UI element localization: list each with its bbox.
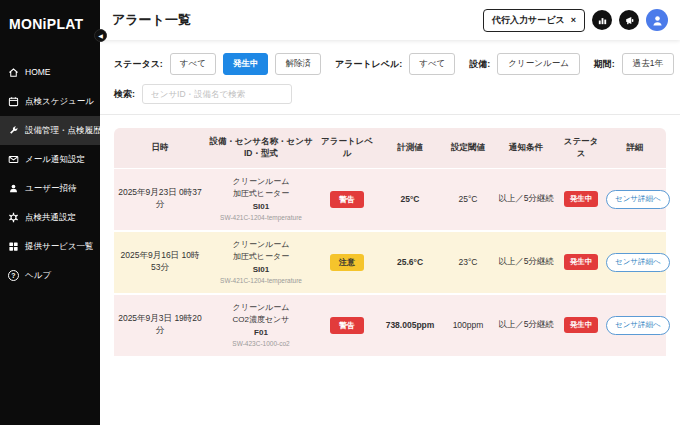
sidebar-nav: HOME 点検スケジュール 設備管理・点検履歴 メール通知設定 ユーザー招待 — [0, 58, 100, 290]
calendar-icon — [8, 96, 19, 107]
main-area: アラート一覧 代行入力サービス × ステータス: すべて 発生中 解除済 アラ — [100, 0, 680, 425]
status-all-button[interactable]: すべて — [170, 53, 216, 75]
sidebar-item-label: 点検スケジュール — [25, 97, 94, 106]
sidebar-item-home[interactable]: HOME — [0, 58, 100, 87]
equipment-cell: クリーンルーム 加圧式ヒーター SI01 SW-421C-1204-temper… — [206, 169, 316, 231]
sensor-detail-button[interactable]: センサ詳細へ — [606, 316, 670, 335]
alert-table-section: 日時 設備・センサ名称・センサID・型式 アラートレベル 計測値 設定閾値 通知… — [100, 115, 680, 371]
status-active-button[interactable]: 発生中 — [223, 53, 269, 75]
status-filter-label: ステータス: — [114, 58, 163, 71]
alert-table: 日時 設備・センサ名称・センサID・型式 アラートレベル 計測値 設定閾値 通知… — [114, 128, 666, 358]
alert-datetime: 2025年9月23日 0時37分 — [114, 169, 206, 231]
filter-row-1: ステータス: すべて 発生中 解除済 アラートレベル: すべて 設備: クリーン… — [114, 53, 666, 75]
sidebar-item-common-settings[interactable]: 点検共通設定 — [0, 203, 100, 232]
threshold-value: 100ppm — [442, 294, 494, 357]
close-icon[interactable]: × — [571, 16, 576, 25]
alert-level-badge: 警告 — [330, 317, 364, 334]
col-header-detail: 詳細 — [604, 128, 666, 169]
sensor-model: SW-423C-1000-co2 — [208, 339, 314, 349]
sidebar-item-inspection-schedule[interactable]: 点検スケジュール — [0, 87, 100, 116]
sidebar-item-help[interactable]: ? ヘルプ — [0, 261, 100, 290]
filter-bar: ステータス: すべて 発生中 解除済 アラートレベル: すべて 設備: クリーン… — [100, 40, 680, 115]
sidebar-item-label: ユーザー招待 — [25, 184, 76, 193]
sidebar-item-services[interactable]: 提供サービス一覧 — [0, 232, 100, 261]
table-header-row: 日時 設備・センサ名称・センサID・型式 アラートレベル 計測値 設定閾値 通知… — [114, 128, 666, 169]
table-row: 2025年9月16日 10時53分 クリーンルーム 加圧式ヒーター SI01 S… — [114, 231, 666, 294]
equipment-cell: クリーンルーム CO2濃度センサ F01 SW-423C-1000-co2 — [206, 294, 316, 357]
measured-value: 738.005ppm — [378, 294, 442, 357]
period-select[interactable]: 過去1年 — [622, 53, 674, 75]
filter-row-2: 検索: — [114, 84, 666, 104]
megaphone-icon — [624, 15, 635, 26]
measured-value: 25.6°C — [378, 231, 442, 294]
threshold-value: 23°C — [442, 231, 494, 294]
page-header: アラート一覧 代行入力サービス × — [100, 0, 680, 40]
col-header-threshold: 設定閾値 — [442, 128, 494, 169]
equipment-filter-label: 設備: — [469, 58, 490, 71]
wrench-icon — [8, 125, 19, 136]
status-badge: 発生中 — [564, 317, 599, 333]
sidebar: MONiPLAT HOME 点検スケジュール 設備管理・点検履歴 メール通知設定 — [0, 0, 100, 425]
equipment-cell: クリーンルーム 加圧式ヒーター SI01 SW-421C-1204-temper… — [206, 231, 316, 294]
announcements-button[interactable] — [619, 10, 639, 30]
sensor-model: SW-421C-1204-temperature — [208, 213, 314, 223]
sidebar-item-label: 提供サービス一覧 — [25, 242, 94, 251]
sensor-id: SI01 — [208, 201, 314, 213]
bar-chart-icon — [597, 15, 608, 26]
search-input[interactable] — [142, 84, 292, 104]
help-icon: ? — [8, 270, 19, 281]
alert-level-badge: 注意 — [330, 254, 364, 271]
sensor-detail-button[interactable]: センサ詳細へ — [606, 253, 670, 272]
user-plus-icon — [8, 183, 19, 194]
alert-level-filter-label: アラートレベル: — [335, 58, 402, 71]
sensor-id: F01 — [208, 327, 314, 339]
proxy-input-service-button[interactable]: 代行入力サービス × — [483, 9, 585, 32]
sidebar-item-equipment-history[interactable]: 設備管理・点検履歴 — [0, 116, 100, 145]
sidebar-item-mail-settings[interactable]: メール通知設定 — [0, 145, 100, 174]
sidebar-item-label: 点検共通設定 — [25, 213, 76, 222]
notify-condition: 以上／5分継続 — [494, 231, 558, 294]
gear-icon — [8, 212, 19, 223]
stats-button[interactable] — [592, 10, 612, 30]
sidebar-item-label: ヘルプ — [25, 271, 51, 280]
status-badge: 発生中 — [564, 254, 599, 270]
table-row: 2025年9月23日 0時37分 クリーンルーム 加圧式ヒーター SI01 SW… — [114, 169, 666, 231]
sensor-name: 加圧式ヒーター — [208, 251, 314, 263]
proxy-input-service-label: 代行入力サービス — [492, 14, 565, 27]
status-badge: 発生中 — [564, 191, 599, 207]
mail-icon — [8, 154, 19, 165]
equipment-select[interactable]: クリーンルーム — [497, 53, 580, 75]
sidebar-item-label: HOME — [25, 68, 51, 77]
person-icon — [651, 14, 664, 27]
home-icon — [8, 67, 19, 78]
col-header-measured: 計測値 — [378, 128, 442, 169]
col-header-status: ステータス — [558, 128, 604, 169]
status-cleared-button[interactable]: 解除済 — [275, 53, 321, 75]
sensor-detail-button[interactable]: センサ詳細へ — [606, 190, 670, 209]
sidebar-item-user-invite[interactable]: ユーザー招待 — [0, 174, 100, 203]
col-header-alert-level: アラートレベル — [316, 128, 378, 169]
alert-level-all-button[interactable]: すべて — [409, 53, 455, 75]
notify-condition: 以上／5分継続 — [494, 294, 558, 357]
sensor-model: SW-421C-1204-temperature — [208, 276, 314, 286]
notify-condition: 以上／5分継続 — [494, 169, 558, 231]
measured-value: 25°C — [378, 169, 442, 231]
alert-datetime: 2025年9月16日 10時53分 — [114, 231, 206, 294]
header-actions: 代行入力サービス × — [483, 9, 668, 32]
user-avatar[interactable] — [646, 9, 668, 31]
alert-datetime: 2025年9月3日 19時20分 — [114, 294, 206, 357]
alert-level-badge: 警告 — [330, 191, 364, 208]
equipment-name: クリーンルーム — [208, 302, 314, 314]
sensor-name: 加圧式ヒーター — [208, 188, 314, 200]
app-logo: MONiPLAT — [0, 0, 100, 56]
sensor-id: SI01 — [208, 264, 314, 276]
grid-icon — [8, 241, 19, 252]
equipment-name: クリーンルーム — [208, 176, 314, 188]
col-header-condition: 通知条件 — [494, 128, 558, 169]
equipment-name: クリーンルーム — [208, 239, 314, 251]
col-header-datetime: 日時 — [114, 128, 206, 169]
sensor-name: CO2濃度センサ — [208, 314, 314, 326]
sidebar-collapse-button[interactable]: ◀ — [94, 29, 107, 42]
search-label: 検索: — [114, 88, 135, 101]
sidebar-item-label: メール通知設定 — [25, 155, 85, 164]
